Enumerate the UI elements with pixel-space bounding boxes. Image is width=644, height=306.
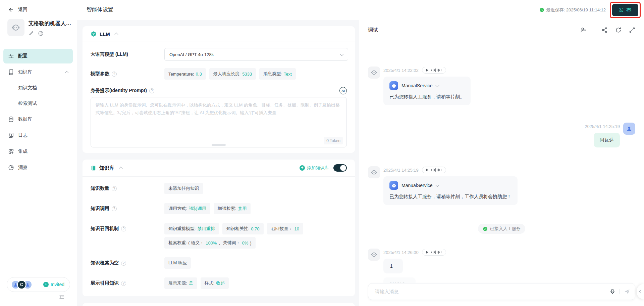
sidebar-item-label: 数据库 xyxy=(18,116,32,122)
id-icon[interactable] xyxy=(38,31,44,36)
edit-icon[interactable] xyxy=(29,31,34,36)
bot-message-card: ManualService 已为您转接人工服务，请稍等片刻，工作人员将会协助您！ xyxy=(383,176,518,205)
user-message-bubble: 阿瓦达 xyxy=(594,133,620,147)
kb-count-chip: 未添加任何知识 xyxy=(164,183,203,194)
kb-citation-label: 展示引用知识 xyxy=(91,280,119,286)
persona-icon[interactable] xyxy=(580,27,586,33)
message-timestamp: 2025/4/1 14:22:02 xyxy=(383,68,419,73)
audio-play-pill[interactable] xyxy=(422,249,446,256)
resize-handle[interactable] xyxy=(212,144,226,146)
sidebar: 返回 艾格勒的机器人1... 配置 xyxy=(0,0,77,306)
plus-icon: + xyxy=(43,282,49,287)
sidebar-item-config[interactable]: 配置 xyxy=(3,49,73,63)
service-selector[interactable]: ManualService xyxy=(389,81,465,90)
publish-button[interactable]: 发 布 xyxy=(612,4,638,16)
collapse-section-icon[interactable] xyxy=(114,33,118,36)
play-icon xyxy=(426,69,429,72)
sidebar-item-label: 配置 xyxy=(18,53,28,59)
ai-optimize-icon[interactable]: AI xyxy=(339,87,347,94)
model-label: 大语言模型 (LLM) xyxy=(91,51,164,57)
chevron-left-icon xyxy=(639,290,643,293)
message-timestamp: 2025/4/1 14:25:19 xyxy=(383,168,419,173)
service-avatar xyxy=(389,81,398,90)
kb-rerank-chip: 知识重排模型:禁用重排 xyxy=(164,223,219,234)
service-avatar xyxy=(389,181,398,190)
kb-invoke-label: 知识调用 xyxy=(91,206,109,212)
send-icon[interactable] xyxy=(624,289,630,295)
service-name: ManualService xyxy=(401,183,433,188)
expand-icon[interactable] xyxy=(629,27,635,33)
kb-recall-label: 知识召回机制 xyxy=(91,226,119,232)
param-chip-temperature: Temperature:0.3 xyxy=(164,68,206,80)
member-avatar xyxy=(17,280,26,289)
sidebar-item-label: 检索测试 xyxy=(18,100,37,106)
config-column: LLM 大语言模型 (LLM) OpenAI / GPT-4o-128k xyxy=(77,20,359,306)
param-chip-message-type: 消息类型:Text xyxy=(259,68,296,80)
share-icon[interactable] xyxy=(601,27,608,33)
book-icon xyxy=(8,69,14,75)
chat-input[interactable] xyxy=(375,289,609,294)
info-icon[interactable]: ? xyxy=(121,281,126,286)
mic-icon[interactable] xyxy=(609,289,615,295)
message-timestamp: 2025/4/1 14:25:19 xyxy=(585,124,620,129)
chat-input-bar xyxy=(368,283,635,300)
back-label: 返回 xyxy=(18,7,28,13)
info-icon[interactable]: ? xyxy=(121,261,126,266)
sidebar-item-label: 日志 xyxy=(18,132,28,138)
info-icon[interactable]: ? xyxy=(149,88,154,93)
invited-members-pill[interactable]: + Invited xyxy=(7,277,70,292)
sidebar-item-insights[interactable]: 洞察 xyxy=(3,160,73,175)
bot-message: 2025/4/1 14:25:19 ManualSe xyxy=(368,166,635,205)
collapse-sidebar-icon[interactable] xyxy=(59,294,65,300)
chevron-down-icon xyxy=(435,83,439,87)
add-icon: + xyxy=(300,165,305,171)
agent-header: 艾格勒的机器人1... xyxy=(0,13,77,36)
divider xyxy=(594,28,594,33)
identity-prompt-input[interactable] xyxy=(91,97,346,147)
logs-icon xyxy=(8,132,14,138)
sidebar-item-logs[interactable]: 日志 xyxy=(3,128,73,143)
add-knowledge-button[interactable]: + 添加知识库 xyxy=(300,165,329,171)
bot-avatar xyxy=(368,166,380,178)
kb-citation-source-chip: 展示来源:是 xyxy=(164,277,197,289)
chat-transcript[interactable]: 2025/4/1 14:22:02 ManualSe xyxy=(359,40,644,283)
info-icon[interactable]: ? xyxy=(112,72,117,77)
kb-empty-label: 知识检索为空 xyxy=(91,260,119,266)
sidebar-item-database[interactable]: 数据库 xyxy=(3,112,73,127)
info-icon[interactable]: ? xyxy=(112,206,117,211)
collapse-section-icon[interactable] xyxy=(119,167,122,170)
sidebar-item-knowledge[interactable]: 知识库 xyxy=(3,65,73,80)
play-icon xyxy=(426,251,429,254)
database-icon xyxy=(8,116,14,122)
insights-icon xyxy=(8,165,14,171)
audio-play-pill[interactable] xyxy=(422,67,446,74)
bot-message-card: ManualService 已为您转接人工服务，请稍等片刻。 xyxy=(383,77,471,105)
clock-icon xyxy=(539,7,544,12)
refresh-icon[interactable] xyxy=(615,27,622,33)
service-selector[interactable]: ManualService xyxy=(389,181,512,190)
info-icon[interactable]: ? xyxy=(121,226,126,231)
bot-avatar xyxy=(368,249,380,261)
message-text: 1 xyxy=(383,259,403,273)
debug-title: 调试 xyxy=(368,27,378,33)
kb-toggle[interactable] xyxy=(333,164,347,172)
next-card-sliver xyxy=(83,303,355,306)
kb-book-icon xyxy=(91,165,96,171)
model-select[interactable]: OpenAI / GPT-4o-128k xyxy=(164,48,348,61)
info-icon[interactable]: ? xyxy=(112,186,117,191)
back-button[interactable]: 返回 xyxy=(0,0,77,13)
sidebar-item-label: 知识文档 xyxy=(18,85,37,91)
kb-weight-chip: 检索权重: ( 语义：100%、关键词：0%) xyxy=(164,237,256,249)
topbar: 智能体设置 最近保存: 2025/06/19 11:14:12 发 布 xyxy=(77,0,644,20)
sidebar-item-retrieval-test[interactable]: 检索测试 xyxy=(3,96,73,111)
collapse-panel-handle[interactable] xyxy=(637,284,644,299)
service-name: ManualService xyxy=(401,83,433,88)
kb-empty-chip: LLM 响应 xyxy=(164,257,191,269)
divider-text: 已接入人工服务 xyxy=(490,226,521,232)
sidebar-item-integrations[interactable]: 集成 xyxy=(3,144,73,159)
last-saved-status: 最近保存: 2025/06/19 11:14:12 xyxy=(539,7,606,13)
message-text: 已为您转接人工服务，请稍等片刻，工作人员将会协助您！ xyxy=(389,193,512,200)
sliders-icon xyxy=(8,53,14,59)
audio-play-pill[interactable] xyxy=(422,167,446,173)
sidebar-item-knowledge-docs[interactable]: 知识文档 xyxy=(3,81,73,95)
